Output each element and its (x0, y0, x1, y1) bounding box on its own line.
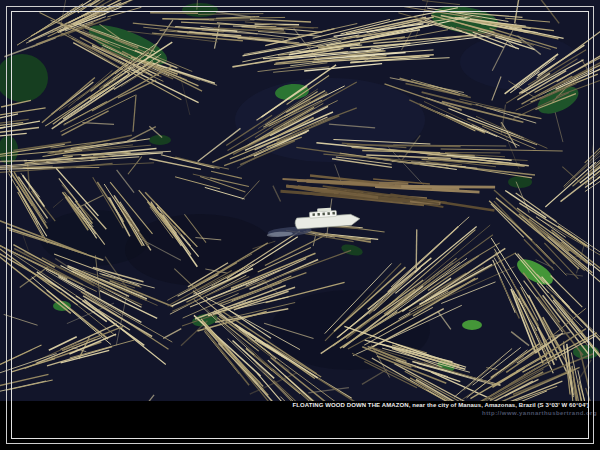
aerial-photo (0, 0, 600, 450)
boat-window (322, 213, 325, 216)
vegetation-patch (182, 3, 218, 17)
boat-window (317, 213, 320, 216)
vegetation-patch (462, 320, 482, 330)
photo-caption: FLOATING WOOD DOWN THE AMAZON, near the … (292, 402, 589, 408)
vegetation-patch (149, 135, 171, 145)
amazon-wallpaper: FLOATING WOOD DOWN THE AMAZON, near the … (0, 0, 600, 450)
boat-window (312, 213, 315, 216)
boat-window (327, 212, 330, 215)
caption-band (0, 401, 600, 450)
boat-window (332, 212, 335, 215)
photo-layers (0, 0, 600, 450)
water-tone-patch (125, 214, 275, 286)
photographer-website-url: http://www.yannarthusbertrand.org (482, 410, 597, 416)
